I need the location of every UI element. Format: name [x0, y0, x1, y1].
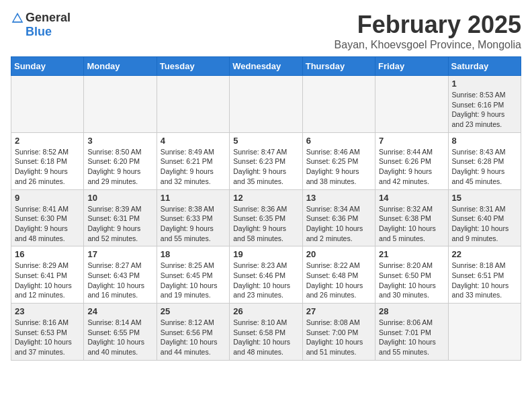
day-info: Sunrise: 8:27 AM Sunset: 6:43 PM Dayligh…: [87, 261, 152, 300]
weekday-header-saturday: Saturday: [448, 57, 521, 76]
day-info: Sunrise: 8:06 AM Sunset: 7:01 PM Dayligh…: [379, 318, 444, 357]
calendar-cell: [375, 76, 448, 133]
logo-blue-text: Blue: [26, 25, 52, 39]
month-title: February 2025: [335, 11, 521, 39]
day-number: 11: [161, 193, 226, 203]
calendar-cell: 11Sunrise: 8:38 AM Sunset: 6:33 PM Dayli…: [157, 189, 229, 246]
day-info: Sunrise: 8:10 AM Sunset: 6:58 PM Dayligh…: [233, 318, 298, 357]
day-number: 25: [161, 306, 226, 316]
calendar-week-row: 16Sunrise: 8:29 AM Sunset: 6:41 PM Dayli…: [11, 246, 521, 304]
day-number: 20: [306, 249, 371, 259]
calendar-week-row: 9Sunrise: 8:41 AM Sunset: 6:30 PM Daylig…: [11, 189, 521, 246]
day-info: Sunrise: 8:49 AM Sunset: 6:21 PM Dayligh…: [161, 147, 226, 187]
calendar-cell: 21Sunrise: 8:20 AM Sunset: 6:50 PM Dayli…: [375, 246, 448, 304]
calendar-cell: 18Sunrise: 8:25 AM Sunset: 6:45 PM Dayli…: [157, 246, 229, 304]
logo: General Blue: [11, 11, 71, 39]
calendar-cell: [230, 76, 302, 133]
day-info: Sunrise: 8:36 AM Sunset: 6:35 PM Dayligh…: [233, 204, 298, 244]
logo-general-text: General: [26, 11, 71, 25]
weekday-header-thursday: Thursday: [302, 57, 375, 76]
calendar-cell: [448, 304, 521, 361]
calendar-cell: [11, 76, 84, 133]
day-number: 6: [306, 136, 371, 146]
weekday-header-monday: Monday: [84, 57, 157, 76]
calendar-cell: 5Sunrise: 8:47 AM Sunset: 6:23 PM Daylig…: [230, 132, 302, 189]
day-number: 26: [233, 306, 298, 316]
calendar-cell: 23Sunrise: 8:16 AM Sunset: 6:53 PM Dayli…: [11, 304, 84, 361]
day-info: Sunrise: 8:12 AM Sunset: 6:56 PM Dayligh…: [161, 318, 226, 357]
day-number: 8: [452, 136, 517, 146]
weekday-header-friday: Friday: [375, 57, 448, 76]
day-number: 1: [452, 79, 517, 89]
day-info: Sunrise: 8:34 AM Sunset: 6:36 PM Dayligh…: [306, 204, 371, 244]
day-number: 7: [379, 136, 444, 146]
calendar-cell: 10Sunrise: 8:39 AM Sunset: 6:31 PM Dayli…: [84, 189, 157, 246]
weekday-header-sunday: Sunday: [11, 57, 84, 76]
calendar-cell: 13Sunrise: 8:34 AM Sunset: 6:36 PM Dayli…: [302, 189, 375, 246]
day-number: 22: [452, 249, 517, 259]
day-info: Sunrise: 8:18 AM Sunset: 6:51 PM Dayligh…: [452, 261, 517, 300]
calendar-week-row: 23Sunrise: 8:16 AM Sunset: 6:53 PM Dayli…: [11, 304, 521, 361]
day-info: Sunrise: 8:52 AM Sunset: 6:18 PM Dayligh…: [15, 147, 80, 187]
location-title: Bayan, Khoevsgoel Province, Mongolia: [335, 39, 521, 51]
title-area: February 2025 Bayan, Khoevsgoel Province…: [335, 11, 521, 51]
calendar-cell: 4Sunrise: 8:49 AM Sunset: 6:21 PM Daylig…: [157, 132, 229, 189]
day-info: Sunrise: 8:47 AM Sunset: 6:23 PM Dayligh…: [233, 147, 298, 187]
calendar-cell: 6Sunrise: 8:46 AM Sunset: 6:25 PM Daylig…: [302, 132, 375, 189]
calendar-cell: 17Sunrise: 8:27 AM Sunset: 6:43 PM Dayli…: [84, 246, 157, 304]
day-number: 15: [452, 193, 517, 203]
weekday-header-tuesday: Tuesday: [157, 57, 229, 76]
day-number: 3: [87, 136, 152, 146]
day-number: 14: [379, 193, 444, 203]
day-info: Sunrise: 8:32 AM Sunset: 6:38 PM Dayligh…: [379, 204, 444, 244]
day-info: Sunrise: 8:44 AM Sunset: 6:26 PM Dayligh…: [379, 147, 444, 187]
calendar-cell: 7Sunrise: 8:44 AM Sunset: 6:26 PM Daylig…: [375, 132, 448, 189]
day-number: 5: [233, 136, 298, 146]
day-info: Sunrise: 8:16 AM Sunset: 6:53 PM Dayligh…: [15, 318, 80, 357]
day-info: Sunrise: 8:31 AM Sunset: 6:40 PM Dayligh…: [452, 204, 517, 244]
calendar-cell: 2Sunrise: 8:52 AM Sunset: 6:18 PM Daylig…: [11, 132, 84, 189]
calendar-cell: 22Sunrise: 8:18 AM Sunset: 6:51 PM Dayli…: [448, 246, 521, 304]
calendar-week-row: 1Sunrise: 8:53 AM Sunset: 6:16 PM Daylig…: [11, 76, 521, 133]
calendar-cell: 20Sunrise: 8:22 AM Sunset: 6:48 PM Dayli…: [302, 246, 375, 304]
day-number: 21: [379, 249, 444, 259]
calendar-cell: [302, 76, 375, 133]
day-info: Sunrise: 8:08 AM Sunset: 7:00 PM Dayligh…: [306, 318, 371, 357]
weekday-header-row: SundayMondayTuesdayWednesdayThursdayFrid…: [11, 57, 521, 76]
calendar-cell: 24Sunrise: 8:14 AM Sunset: 6:55 PM Dayli…: [84, 304, 157, 361]
calendar-cell: 14Sunrise: 8:32 AM Sunset: 6:38 PM Dayli…: [375, 189, 448, 246]
day-info: Sunrise: 8:20 AM Sunset: 6:50 PM Dayligh…: [379, 261, 444, 300]
header: General Blue February 2025 Bayan, Khoevs…: [11, 11, 521, 51]
calendar-cell: 3Sunrise: 8:50 AM Sunset: 6:20 PM Daylig…: [84, 132, 157, 189]
day-info: Sunrise: 8:38 AM Sunset: 6:33 PM Dayligh…: [161, 204, 226, 244]
day-number: 17: [87, 249, 152, 259]
calendar-cell: 1Sunrise: 8:53 AM Sunset: 6:16 PM Daylig…: [448, 76, 521, 133]
day-info: Sunrise: 8:25 AM Sunset: 6:45 PM Dayligh…: [161, 261, 226, 300]
calendar-cell: 16Sunrise: 8:29 AM Sunset: 6:41 PM Dayli…: [11, 246, 84, 304]
calendar-cell: 25Sunrise: 8:12 AM Sunset: 6:56 PM Dayli…: [157, 304, 229, 361]
day-info: Sunrise: 8:14 AM Sunset: 6:55 PM Dayligh…: [87, 318, 152, 357]
calendar-cell: 28Sunrise: 8:06 AM Sunset: 7:01 PM Dayli…: [375, 304, 448, 361]
calendar-cell: [157, 76, 229, 133]
day-number: 4: [161, 136, 226, 146]
day-number: 18: [161, 249, 226, 259]
day-info: Sunrise: 8:50 AM Sunset: 6:20 PM Dayligh…: [87, 147, 152, 187]
day-number: 9: [15, 193, 80, 203]
calendar-cell: 9Sunrise: 8:41 AM Sunset: 6:30 PM Daylig…: [11, 189, 84, 246]
day-info: Sunrise: 8:53 AM Sunset: 6:16 PM Dayligh…: [452, 90, 517, 130]
day-info: Sunrise: 8:41 AM Sunset: 6:30 PM Dayligh…: [15, 204, 80, 244]
day-number: 13: [306, 193, 371, 203]
day-info: Sunrise: 8:29 AM Sunset: 6:41 PM Dayligh…: [15, 261, 80, 300]
day-number: 19: [233, 249, 298, 259]
day-info: Sunrise: 8:46 AM Sunset: 6:25 PM Dayligh…: [306, 147, 371, 187]
calendar-cell: 27Sunrise: 8:08 AM Sunset: 7:00 PM Dayli…: [302, 304, 375, 361]
calendar-cell: [84, 76, 157, 133]
calendar-cell: 15Sunrise: 8:31 AM Sunset: 6:40 PM Dayli…: [448, 189, 521, 246]
day-info: Sunrise: 8:22 AM Sunset: 6:48 PM Dayligh…: [306, 261, 371, 300]
day-number: 2: [15, 136, 80, 146]
weekday-header-wednesday: Wednesday: [230, 57, 302, 76]
day-number: 23: [15, 306, 80, 316]
day-number: 12: [233, 193, 298, 203]
day-info: Sunrise: 8:23 AM Sunset: 6:46 PM Dayligh…: [233, 261, 298, 300]
calendar-table: SundayMondayTuesdayWednesdayThursdayFrid…: [11, 56, 521, 361]
